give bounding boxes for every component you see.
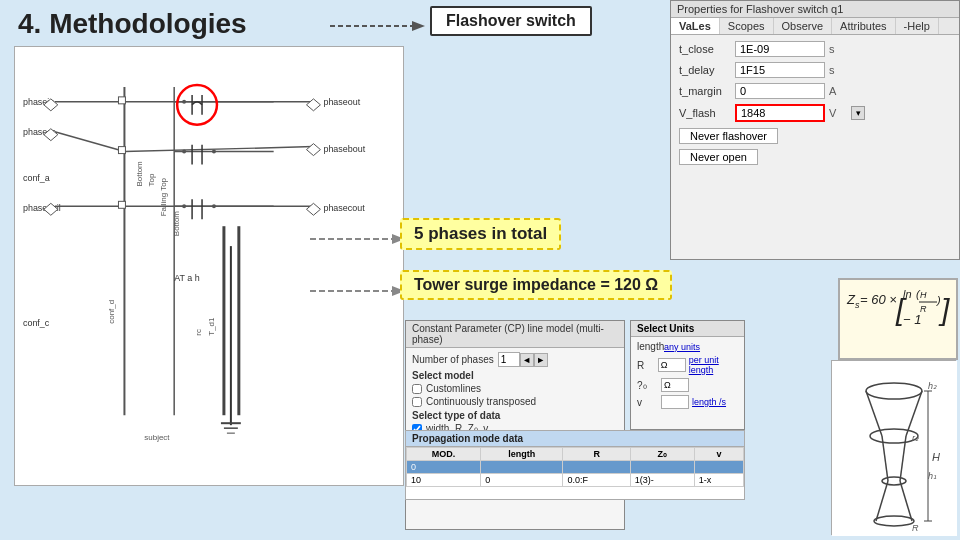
tower-diagram: h₂ H h₁ R r₂ — [831, 360, 956, 535]
units-v-label: v — [637, 397, 661, 408]
properties-tabs: VaLes Scopes Observe Attributes -Help — [671, 18, 959, 35]
table-row[interactable]: 10 0 0.0:F 1(3)- 1-x — [407, 474, 744, 487]
units-R-input[interactable] — [658, 358, 686, 372]
prop-input-vflash[interactable] — [735, 104, 825, 122]
cp-continuous-check[interactable] — [412, 397, 422, 407]
schematic-area: phasein phasear phasecoil phaseout phase… — [14, 46, 404, 486]
never-flashover-button[interactable]: Never flashover — [679, 128, 778, 144]
units-R-row: R per unit length — [637, 355, 738, 375]
svg-text:Top: Top — [147, 173, 156, 186]
svg-text:phaseout: phaseout — [323, 97, 360, 107]
prop-input-tclose[interactable] — [735, 41, 825, 57]
svg-text:conf_d: conf_d — [107, 300, 116, 324]
svg-text:subject: subject — [144, 433, 170, 442]
prop-unit-tclose: s — [829, 43, 849, 55]
tab-values[interactable]: VaLes — [671, 18, 720, 34]
svg-text:= 60 ×: = 60 × — [860, 292, 897, 307]
units-panel-body: length any units R per unit length ?₀ v … — [631, 337, 744, 416]
col-Z0: Z₀ — [630, 448, 694, 461]
cp-select-type-label: Select type of data — [412, 410, 618, 421]
arrow-to-flashover — [330, 14, 430, 38]
prop-never-flashover-row: Never flashover — [679, 127, 951, 145]
cp-continuous-row: Continuously transposed — [412, 396, 618, 407]
cell-mod-0: 0 — [407, 461, 481, 474]
units-R-label: R — [637, 360, 658, 371]
svg-text:Bottom: Bottom — [172, 211, 181, 237]
svg-text:H: H — [932, 451, 940, 463]
cell-R-1: 0.0:F — [563, 474, 630, 487]
svg-rect-22 — [118, 97, 125, 104]
svg-text:conf_a: conf_a — [23, 173, 50, 183]
prop-label-vflash: V_flash — [679, 107, 735, 119]
cell-v-0 — [694, 461, 743, 474]
page-title: 4. Methodologies — [18, 8, 247, 40]
svg-text:Bottom: Bottom — [135, 161, 144, 187]
prop-unit-tdelay: s — [829, 64, 849, 76]
svg-text:R: R — [912, 523, 919, 533]
cell-v-1: 1-x — [694, 474, 743, 487]
prop-label-tclose: t_close — [679, 43, 735, 55]
tab-scopes[interactable]: Scopes — [720, 18, 774, 34]
units-length-label: length — [637, 341, 661, 352]
cp-phases-increment[interactable]: ► — [534, 353, 548, 367]
svg-text:Falling Top: Falling Top — [159, 177, 168, 216]
phases-callout: 5 phases in total — [400, 218, 561, 250]
cp-phases-label: Number of phases — [412, 354, 494, 365]
svg-point-50 — [182, 150, 186, 154]
flashover-switch-label: Flashover switch — [430, 6, 592, 36]
vflash-dropdown[interactable]: ▾ — [851, 106, 865, 120]
svg-text:phasecout: phasecout — [323, 203, 365, 213]
tower-diagram-svg: h₂ H h₁ R r₂ — [832, 361, 957, 536]
svg-point-51 — [182, 204, 186, 208]
svg-rect-2 — [15, 47, 403, 485]
col-v: v — [694, 448, 743, 461]
cell-R-0 — [563, 461, 630, 474]
cp-phases-input[interactable] — [498, 352, 520, 367]
cell-length-0 — [481, 461, 563, 474]
cp-phases-decrement[interactable]: ◄ — [520, 353, 534, 367]
svg-rect-23 — [118, 147, 125, 154]
svg-rect-74 — [832, 361, 957, 536]
tab-observe[interactable]: Observe — [774, 18, 833, 34]
units-R-link[interactable]: per unit length — [689, 355, 738, 375]
svg-rect-24 — [118, 201, 125, 208]
cp-customlines-label: Customlines — [426, 383, 481, 394]
col-R: R — [563, 448, 630, 461]
formula-panel: Z s = 60 × ln ( H R ) − 1 [ ] — [838, 278, 958, 360]
cp-phases-row: Number of phases ◄ ► — [412, 352, 618, 367]
prop-never-open-row: Never open — [679, 148, 951, 166]
cell-length-1: 0 — [481, 474, 563, 487]
cp-customlines-row: Customlines — [412, 383, 618, 394]
cell-Z0-0 — [630, 461, 694, 474]
units-z0-input[interactable] — [661, 378, 689, 392]
units-v-input[interactable] — [661, 395, 689, 409]
arrow-to-phases — [310, 228, 410, 250]
tab-attributes[interactable]: Attributes — [832, 18, 895, 34]
units-panel-title: Select Units — [631, 321, 744, 337]
prop-input-tdelay[interactable] — [735, 62, 825, 78]
prop-row-tclose: t_close s — [679, 41, 951, 57]
svg-point-52 — [212, 150, 216, 154]
cell-mod-1: 10 — [407, 474, 481, 487]
schematic-svg: phasein phasear phasecoil phaseout phase… — [15, 47, 403, 485]
cp-customlines-check[interactable] — [412, 384, 422, 394]
prop-input-tmargin[interactable] — [735, 83, 825, 99]
svg-text:H: H — [920, 290, 927, 300]
svg-text:rc: rc — [194, 329, 203, 336]
cp-dialog-title: Constant Parameter (CP) line model (mult… — [406, 321, 624, 348]
prop-table-title: Propagation mode data — [406, 431, 744, 447]
tower-callout: Tower surge impedance = 120 Ω — [400, 270, 672, 300]
formula-svg: Z s = 60 × ln ( H R ) − 1 [ ] — [841, 282, 956, 357]
svg-text:r₂: r₂ — [912, 433, 919, 443]
cell-Z0-1: 1(3)- — [630, 474, 694, 487]
prop-unit-vflash: V — [829, 107, 849, 119]
units-panel: Select Units length any units R per unit… — [630, 320, 745, 430]
units-length-link[interactable]: any units — [664, 342, 700, 352]
never-open-button[interactable]: Never open — [679, 149, 758, 165]
svg-text:phasebout: phasebout — [323, 144, 365, 154]
units-v-link[interactable]: length /s — [692, 397, 726, 407]
table-row[interactable]: 0 — [407, 461, 744, 474]
tab-help[interactable]: -Help — [896, 18, 939, 34]
prop-table-content: MOD. length R Z₀ v 0 10 0 0.0:F 1(3)- 1-… — [406, 447, 744, 487]
propagation-table: Propagation mode data MOD. length R Z₀ v… — [405, 430, 745, 500]
